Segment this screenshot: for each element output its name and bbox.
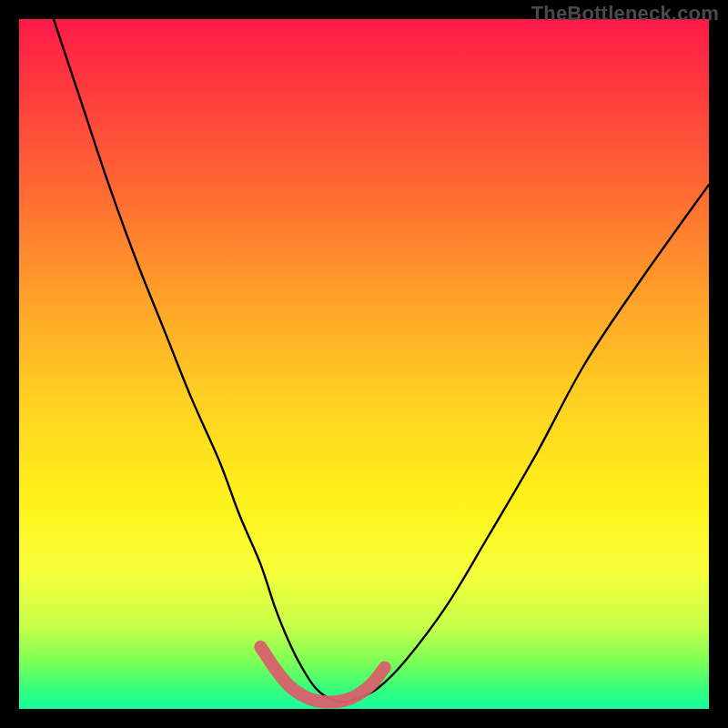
watermark-text: TheBottleneck.com xyxy=(531,2,719,25)
curve-svg xyxy=(19,19,709,709)
chart-frame: TheBottleneck.com xyxy=(0,0,728,728)
bottleneck-curve xyxy=(54,19,709,702)
